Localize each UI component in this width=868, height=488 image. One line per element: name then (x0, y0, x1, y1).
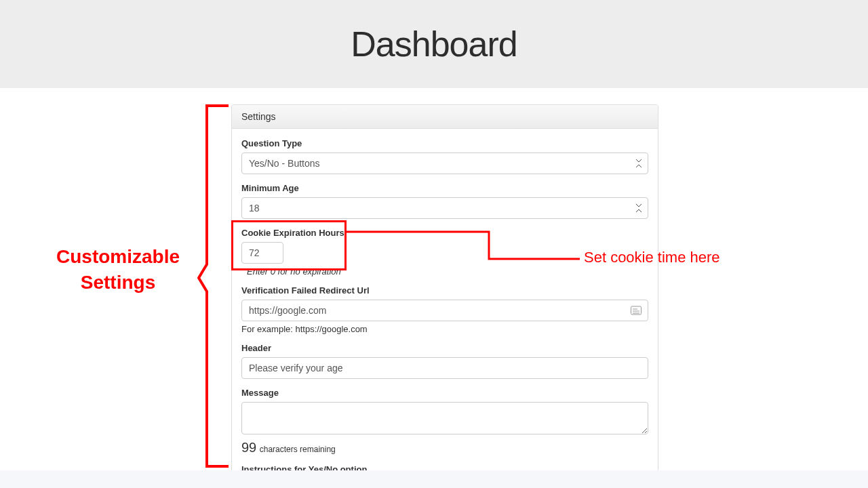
minimum-age-select[interactable]: 18 (241, 197, 648, 219)
redirect-url-input[interactable] (241, 300, 648, 321)
annotation-set-cookie-time: Set cookie time here (584, 249, 720, 266)
header-field-group: Header (241, 343, 648, 379)
chars-remaining-number: 99 (241, 440, 256, 455)
message-group: Message 99 characters remaining (241, 388, 648, 455)
redirect-url-group: Verification Failed Redirect Url For exa… (241, 285, 648, 334)
message-textarea[interactable] (241, 402, 648, 434)
cookie-expiration-help: Enter 0 for no expiration (241, 266, 648, 277)
minimum-age-label: Minimum Age (241, 183, 648, 193)
cookie-expiration-input[interactable] (241, 242, 283, 264)
page-title: Dashboard (0, 24, 868, 64)
settings-panel: Settings Question Type Yes/No - Buttons … (231, 104, 658, 485)
minimum-age-group: Minimum Age 18 (241, 183, 648, 219)
autofill-icon (631, 306, 642, 315)
question-type-group: Question Type Yes/No - Buttons (241, 138, 648, 174)
redirect-url-input-wrap (241, 300, 648, 321)
settings-panel-header: Settings (232, 105, 658, 129)
content-area: Settings Question Type Yes/No - Buttons … (0, 88, 868, 104)
annotation-customizable-settings: Customizable Settings (37, 244, 199, 296)
chars-remaining-text: characters remaining (260, 445, 336, 454)
question-type-label: Question Type (241, 138, 648, 148)
redirect-url-help: For example: https://google.com (241, 324, 648, 334)
bottom-band (0, 470, 868, 488)
redirect-url-label: Verification Failed Redirect Url (241, 285, 648, 296)
header-field-input[interactable] (241, 357, 648, 379)
minimum-age-select-wrap: 18 (241, 197, 648, 219)
cookie-expiration-label: Cookie Expiration Hours (241, 228, 648, 238)
page-header-banner: Dashboard (0, 0, 868, 88)
question-type-select-wrap: Yes/No - Buttons (241, 152, 648, 174)
message-chars-remaining: 99 characters remaining (241, 440, 648, 455)
message-label: Message (241, 388, 648, 398)
question-type-select[interactable]: Yes/No - Buttons (241, 152, 648, 174)
settings-panel-body: Question Type Yes/No - Buttons Minimum A… (232, 129, 658, 484)
header-field-label: Header (241, 343, 648, 353)
annotation-bracket-left (197, 104, 230, 468)
